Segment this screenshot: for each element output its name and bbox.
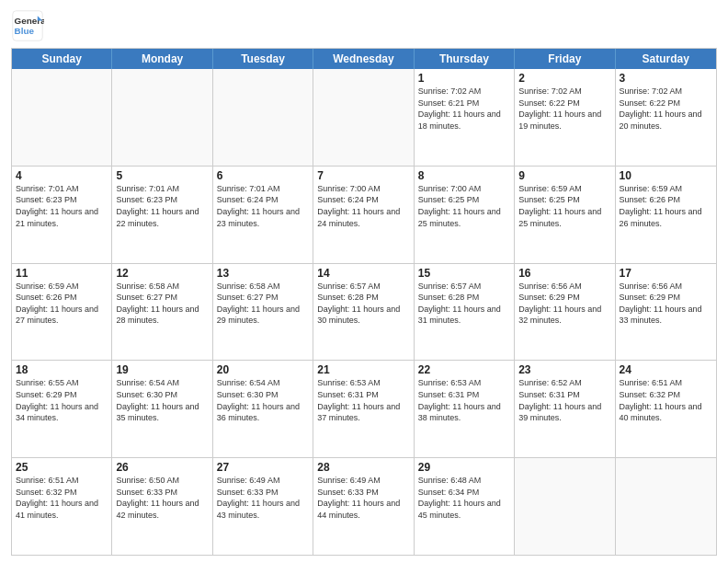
sun-info: Sunrise: 6:55 AMSunset: 6:29 PMDaylight:… bbox=[16, 377, 108, 423]
day-cell-8: 8Sunrise: 7:00 AMSunset: 6:25 PMDaylight… bbox=[415, 167, 515, 263]
sun-info: Sunrise: 6:49 AMSunset: 6:33 PMDaylight:… bbox=[217, 475, 309, 521]
weekday-header-tuesday: Tuesday bbox=[213, 49, 313, 69]
day-cell-26: 26Sunrise: 6:50 AMSunset: 6:33 PMDayligh… bbox=[112, 458, 212, 555]
day-number: 7 bbox=[317, 169, 409, 182]
sun-info: Sunrise: 6:52 AMSunset: 6:31 PMDaylight:… bbox=[518, 377, 610, 423]
day-cell-9: 9Sunrise: 6:59 AMSunset: 6:25 PMDaylight… bbox=[515, 167, 615, 263]
sun-info: Sunrise: 6:57 AMSunset: 6:28 PMDaylight:… bbox=[317, 281, 409, 327]
day-number: 17 bbox=[620, 267, 712, 280]
day-number: 28 bbox=[317, 461, 409, 474]
day-cell-16: 16Sunrise: 6:56 AMSunset: 6:29 PMDayligh… bbox=[515, 264, 615, 361]
day-cell-15: 15Sunrise: 6:57 AMSunset: 6:28 PMDayligh… bbox=[415, 264, 515, 361]
svg-text:General: General bbox=[15, 16, 44, 26]
day-number: 1 bbox=[418, 72, 510, 85]
day-number: 12 bbox=[116, 267, 208, 280]
sun-info: Sunrise: 7:02 AMSunset: 6:22 PMDaylight:… bbox=[518, 86, 610, 132]
sun-info: Sunrise: 6:59 AMSunset: 6:25 PMDaylight:… bbox=[518, 183, 610, 229]
day-number: 5 bbox=[116, 169, 208, 182]
weekday-header-sunday: Sunday bbox=[12, 49, 112, 69]
day-cell-17: 17Sunrise: 6:56 AMSunset: 6:29 PMDayligh… bbox=[616, 264, 716, 361]
day-cell-4: 4Sunrise: 7:01 AMSunset: 6:23 PMDaylight… bbox=[12, 167, 112, 263]
sun-info: Sunrise: 6:56 AMSunset: 6:29 PMDaylight:… bbox=[518, 281, 610, 327]
day-number: 15 bbox=[418, 267, 510, 280]
sun-info: Sunrise: 6:59 AMSunset: 6:26 PMDaylight:… bbox=[620, 183, 712, 229]
day-cell-13: 13Sunrise: 6:58 AMSunset: 6:27 PMDayligh… bbox=[213, 264, 313, 361]
day-number: 23 bbox=[518, 363, 610, 376]
sun-info: Sunrise: 7:02 AMSunset: 6:22 PMDaylight:… bbox=[620, 86, 712, 132]
sun-info: Sunrise: 6:58 AMSunset: 6:27 PMDaylight:… bbox=[217, 281, 309, 327]
sun-info: Sunrise: 6:50 AMSunset: 6:33 PMDaylight:… bbox=[116, 475, 208, 521]
day-number: 20 bbox=[217, 363, 309, 376]
sun-info: Sunrise: 7:02 AMSunset: 6:21 PMDaylight:… bbox=[418, 86, 510, 132]
day-number: 13 bbox=[217, 267, 309, 280]
sun-info: Sunrise: 6:56 AMSunset: 6:29 PMDaylight:… bbox=[620, 281, 712, 327]
calendar: SundayMondayTuesdayWednesdayThursdayFrid… bbox=[11, 48, 717, 556]
day-number: 14 bbox=[317, 267, 409, 280]
empty-cell bbox=[313, 69, 414, 166]
sun-info: Sunrise: 7:01 AMSunset: 6:24 PMDaylight:… bbox=[217, 183, 309, 229]
calendar-row-0: 1Sunrise: 7:02 AMSunset: 6:21 PMDaylight… bbox=[12, 69, 716, 166]
day-number: 3 bbox=[620, 72, 712, 85]
day-cell-7: 7Sunrise: 7:00 AMSunset: 6:24 PMDaylight… bbox=[313, 167, 414, 263]
calendar-body: 1Sunrise: 7:02 AMSunset: 6:21 PMDaylight… bbox=[12, 69, 716, 555]
header: General Blue bbox=[11, 9, 717, 42]
day-cell-23: 23Sunrise: 6:52 AMSunset: 6:31 PMDayligh… bbox=[515, 361, 615, 457]
day-cell-27: 27Sunrise: 6:49 AMSunset: 6:33 PMDayligh… bbox=[213, 458, 313, 555]
sun-info: Sunrise: 6:51 AMSunset: 6:32 PMDaylight:… bbox=[620, 377, 712, 423]
day-cell-1: 1Sunrise: 7:02 AMSunset: 6:21 PMDaylight… bbox=[415, 69, 515, 166]
day-number: 10 bbox=[620, 169, 712, 182]
day-cell-10: 10Sunrise: 6:59 AMSunset: 6:26 PMDayligh… bbox=[616, 167, 716, 263]
day-cell-11: 11Sunrise: 6:59 AMSunset: 6:26 PMDayligh… bbox=[12, 264, 112, 361]
sun-info: Sunrise: 6:49 AMSunset: 6:33 PMDaylight:… bbox=[317, 475, 409, 521]
page: General Blue SundayMondayTuesdayWednesda… bbox=[0, 0, 728, 563]
sun-info: Sunrise: 6:59 AMSunset: 6:26 PMDaylight:… bbox=[16, 281, 108, 327]
day-number: 25 bbox=[16, 461, 108, 474]
weekday-header-saturday: Saturday bbox=[616, 49, 716, 69]
day-number: 19 bbox=[116, 363, 208, 376]
day-number: 18 bbox=[16, 363, 108, 376]
day-number: 21 bbox=[317, 363, 409, 376]
sun-info: Sunrise: 6:53 AMSunset: 6:31 PMDaylight:… bbox=[418, 377, 510, 423]
day-cell-24: 24Sunrise: 6:51 AMSunset: 6:32 PMDayligh… bbox=[616, 361, 716, 457]
day-cell-6: 6Sunrise: 7:01 AMSunset: 6:24 PMDaylight… bbox=[213, 167, 313, 263]
day-number: 16 bbox=[518, 267, 610, 280]
day-cell-29: 29Sunrise: 6:48 AMSunset: 6:34 PMDayligh… bbox=[415, 458, 515, 555]
day-cell-25: 25Sunrise: 6:51 AMSunset: 6:32 PMDayligh… bbox=[12, 458, 112, 555]
sun-info: Sunrise: 6:58 AMSunset: 6:27 PMDaylight:… bbox=[116, 281, 208, 327]
day-cell-3: 3Sunrise: 7:02 AMSunset: 6:22 PMDaylight… bbox=[616, 69, 716, 166]
sun-info: Sunrise: 6:51 AMSunset: 6:32 PMDaylight:… bbox=[16, 475, 108, 521]
sun-info: Sunrise: 7:01 AMSunset: 6:23 PMDaylight:… bbox=[16, 183, 108, 229]
sun-info: Sunrise: 7:01 AMSunset: 6:23 PMDaylight:… bbox=[116, 183, 208, 229]
day-cell-14: 14Sunrise: 6:57 AMSunset: 6:28 PMDayligh… bbox=[313, 264, 414, 361]
day-cell-18: 18Sunrise: 6:55 AMSunset: 6:29 PMDayligh… bbox=[12, 361, 112, 457]
calendar-row-4: 25Sunrise: 6:51 AMSunset: 6:32 PMDayligh… bbox=[12, 457, 716, 555]
day-number: 8 bbox=[418, 169, 510, 182]
sun-info: Sunrise: 6:54 AMSunset: 6:30 PMDaylight:… bbox=[116, 377, 208, 423]
sun-info: Sunrise: 7:00 AMSunset: 6:25 PMDaylight:… bbox=[418, 183, 510, 229]
calendar-row-2: 11Sunrise: 6:59 AMSunset: 6:26 PMDayligh… bbox=[12, 263, 716, 361]
weekday-header-wednesday: Wednesday bbox=[313, 49, 414, 69]
day-number: 9 bbox=[518, 169, 610, 182]
calendar-header: SundayMondayTuesdayWednesdayThursdayFrid… bbox=[12, 49, 716, 69]
sun-info: Sunrise: 6:57 AMSunset: 6:28 PMDaylight:… bbox=[418, 281, 510, 327]
weekday-header-monday: Monday bbox=[112, 49, 212, 69]
empty-cell bbox=[12, 69, 112, 166]
calendar-row-3: 18Sunrise: 6:55 AMSunset: 6:29 PMDayligh… bbox=[12, 360, 716, 457]
day-number: 2 bbox=[518, 72, 610, 85]
day-cell-2: 2Sunrise: 7:02 AMSunset: 6:22 PMDaylight… bbox=[515, 69, 615, 166]
day-cell-12: 12Sunrise: 6:58 AMSunset: 6:27 PMDayligh… bbox=[112, 264, 212, 361]
day-number: 27 bbox=[217, 461, 309, 474]
day-number: 22 bbox=[418, 363, 510, 376]
day-number: 24 bbox=[620, 363, 712, 376]
sun-info: Sunrise: 6:48 AMSunset: 6:34 PMDaylight:… bbox=[418, 475, 510, 521]
weekday-header-friday: Friday bbox=[515, 49, 615, 69]
day-number: 26 bbox=[116, 461, 208, 474]
sun-info: Sunrise: 6:53 AMSunset: 6:31 PMDaylight:… bbox=[317, 377, 409, 423]
sun-info: Sunrise: 6:54 AMSunset: 6:30 PMDaylight:… bbox=[217, 377, 309, 423]
empty-cell bbox=[213, 69, 313, 166]
day-cell-28: 28Sunrise: 6:49 AMSunset: 6:33 PMDayligh… bbox=[313, 458, 414, 555]
empty-cell bbox=[616, 458, 716, 555]
day-cell-21: 21Sunrise: 6:53 AMSunset: 6:31 PMDayligh… bbox=[313, 361, 414, 457]
weekday-header-thursday: Thursday bbox=[415, 49, 515, 69]
empty-cell bbox=[112, 69, 212, 166]
